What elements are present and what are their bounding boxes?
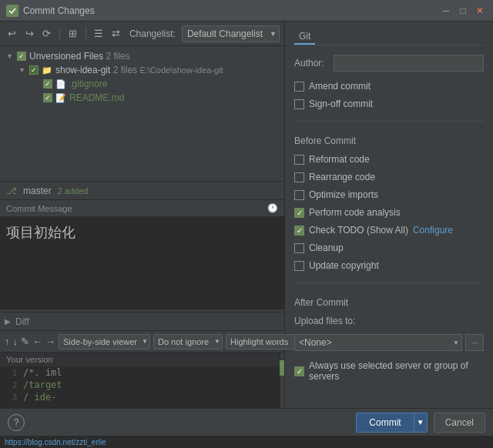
copyright-checkbox[interactable] — [294, 261, 304, 271]
amend-row: Amend commit — [294, 81, 484, 92]
help-button[interactable]: ? — [8, 414, 25, 431]
diff-title: Diff — [15, 316, 29, 327]
always-use-row: ✓ Always use selected server or group of… — [294, 360, 484, 382]
always-use-checkbox[interactable]: ✓ — [294, 366, 304, 376]
ignore-dropdown[interactable]: Do not ignore — [153, 334, 223, 349]
cleanup-label: Cleanup — [309, 242, 344, 253]
folder-checkbox[interactable]: ✓ — [29, 65, 39, 75]
diff-scrollbar-thumb — [280, 360, 284, 376]
divider1 — [294, 121, 484, 122]
signoff-checkbox[interactable] — [294, 99, 304, 109]
line-num-1: 1 — [0, 368, 23, 377]
viewer-dropdown[interactable]: Side-by-side viewer — [59, 334, 150, 349]
undo-button[interactable]: ↩ — [5, 25, 19, 42]
maximize-button[interactable]: □ — [456, 4, 470, 18]
configure-link[interactable]: Configure — [413, 225, 453, 236]
diff-version-label: Your version — [0, 353, 284, 366]
window-title: Commit Changes — [23, 5, 439, 16]
expand-button[interactable]: ☰ — [92, 25, 106, 42]
diff-header: ▶ Diff — [0, 313, 284, 331]
diff-down-button[interactable]: ↓ — [13, 333, 18, 350]
app-icon — [6, 5, 18, 17]
upload-extra-button[interactable]: ··· — [465, 334, 484, 351]
commit-button[interactable]: Commit — [356, 413, 413, 433]
changelist-label: Changelist: — [129, 28, 176, 39]
rearrange-checkbox[interactable] — [294, 172, 304, 182]
tree-root-label: Unversioned Files 2 files — [29, 51, 130, 62]
branch-name: master — [23, 186, 52, 196]
optimize-label: Optimize imports — [309, 189, 378, 200]
reformat-label: Reformat code — [309, 154, 370, 165]
file-tree: ▼ ✓ Unversioned Files 2 files ▼ ✓ 📁 show… — [0, 46, 284, 181]
commit-label-bar: Commit Message 🕐 — [0, 200, 284, 217]
bottom-bar: ? Commit ▼ Cancel — [0, 408, 493, 436]
line-num-3: 3 — [0, 393, 23, 402]
branch-icon: ⎇ — [6, 186, 17, 196]
url-bar: https://blog.csdn.net/zzti_erlie — [0, 436, 493, 448]
amend-checkbox[interactable] — [294, 82, 304, 92]
separator2 — [86, 28, 86, 40]
refresh-button[interactable]: ⟳ — [39, 25, 54, 42]
right-panel: Git Author: Amend commit Sign-off commit… — [285, 22, 493, 420]
diff-forward-button[interactable]: → — [45, 333, 55, 350]
url-text: https://blog.csdn.net/zzti_erlie — [5, 438, 106, 446]
commit-dropdown-button[interactable]: ▼ — [414, 413, 428, 433]
diff-up-button[interactable]: ↑ — [5, 333, 10, 350]
status-bar: ⎇ master 2 added — [0, 181, 284, 199]
title-bar: Commit Changes ─ □ ✕ — [0, 0, 493, 22]
update-copyright-row: Update copyright — [294, 260, 484, 271]
redo-button[interactable]: ↪ — [22, 25, 37, 42]
cleanup-checkbox[interactable] — [294, 243, 304, 253]
tree-root-item[interactable]: ▼ ✓ Unversioned Files 2 files — [0, 49, 284, 63]
divider2 — [294, 283, 484, 283]
git-tab[interactable]: Git — [294, 29, 315, 45]
optimize-checkbox[interactable] — [294, 190, 304, 200]
highlight-dropdown[interactable]: Highlight words — [226, 334, 302, 349]
added-badge: 2 added — [58, 186, 89, 196]
rearrange-label: Rearrange code — [309, 172, 375, 182]
commit-message-label: Commit Message — [6, 204, 72, 213]
line-content-1: /*. iml — [23, 367, 62, 378]
gitignore-checkbox[interactable]: ✓ — [43, 79, 52, 89]
gitignore-label: .gitignore — [69, 79, 107, 89]
check-todo-row: ✓ Check TODO (Show All) Configure — [294, 225, 484, 236]
changelist-dropdown[interactable]: Default Changelist — [182, 25, 280, 42]
group-button[interactable]: ⊞ — [65, 25, 80, 42]
diff-line-1: 1 /*. iml — [0, 366, 284, 379]
always-use-label: Always use selected server or group of s… — [309, 360, 484, 382]
diff-line-2: 2 /target — [0, 379, 284, 391]
cancel-button[interactable]: Cancel — [434, 413, 485, 433]
minimize-button[interactable]: ─ — [439, 4, 453, 18]
line-num-2: 2 — [0, 380, 23, 389]
tree-file-readme[interactable]: ✓ 📝 README.md — [0, 91, 284, 105]
diff-toolbar: ↑ ↓ ✎ ← → Side-by-side viewer ▼ Do not i… — [0, 331, 284, 353]
perform-label: Perform code analysis — [309, 207, 401, 218]
tree-file-gitignore[interactable]: ✓ 📄 .gitignore — [0, 77, 284, 91]
reformat-checkbox[interactable] — [294, 155, 304, 165]
toolbar: ↩ ↪ ⟳ ⊞ ☰ ⇄ Changelist: Default Changeli… — [0, 22, 284, 46]
diff-back-button[interactable]: ← — [32, 333, 42, 350]
file-icon-readme: 📝 — [55, 92, 66, 103]
clock-icon: 🕐 — [267, 203, 278, 213]
move-button[interactable]: ⇄ — [109, 25, 123, 42]
svg-rect-0 — [8, 6, 17, 15]
window-controls: ─ □ ✕ — [439, 4, 487, 18]
tree-root-checkbox[interactable]: ✓ — [17, 52, 26, 61]
todo-checkbox[interactable]: ✓ — [294, 226, 304, 236]
amend-label: Amend commit — [309, 81, 371, 92]
left-panel: ↩ ↪ ⟳ ⊞ ☰ ⇄ Changelist: Default Changeli… — [0, 22, 285, 420]
folder-icon: 📁 — [42, 65, 52, 75]
after-commit-title: After Commit — [294, 297, 484, 308]
folder-arrow-icon: ▼ — [18, 66, 28, 74]
optimize-row: Optimize imports — [294, 189, 484, 200]
diff-line-3: 3 / ide- — [0, 391, 284, 403]
author-input[interactable] — [334, 55, 484, 72]
readme-label: README.md — [69, 92, 124, 103]
close-button[interactable]: ✕ — [473, 4, 487, 18]
diff-edit-button[interactable]: ✎ — [21, 333, 29, 350]
upload-dropdown[interactable]: <None> — [294, 334, 462, 351]
tree-folder-item[interactable]: ▼ ✓ 📁 show-idea-git 2 files E:\Code\show… — [0, 63, 284, 77]
perform-checkbox[interactable]: ✓ — [294, 208, 304, 218]
commit-textarea[interactable]: 项目初始化 — [0, 217, 284, 309]
readme-checkbox[interactable]: ✓ — [43, 93, 52, 102]
